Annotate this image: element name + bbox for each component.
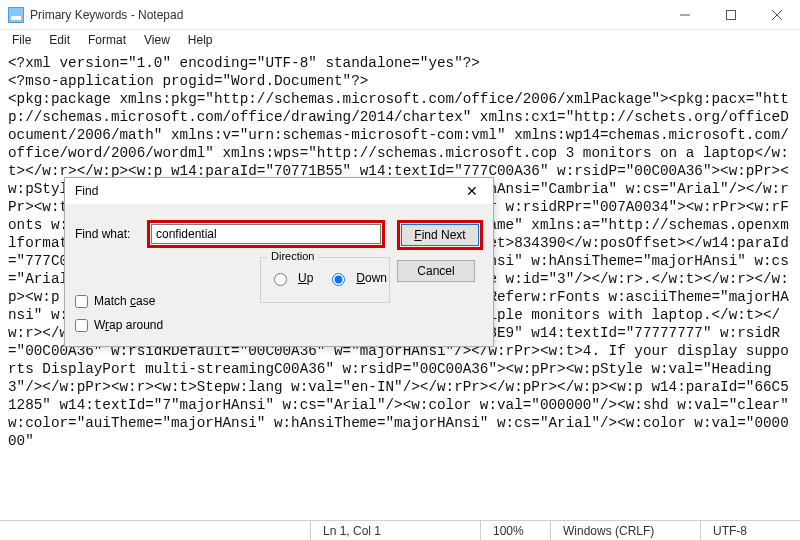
close-icon: ✕ bbox=[466, 183, 478, 199]
svg-rect-1 bbox=[727, 10, 736, 19]
editor-area: Find ✕ Find what: Find Next Cancel Direc… bbox=[0, 50, 800, 520]
window-title: Primary Keywords - Notepad bbox=[30, 8, 183, 22]
statusbar: Ln 1, Col 1 100% Windows (CRLF) UTF-8 bbox=[0, 520, 800, 540]
close-icon bbox=[772, 10, 782, 20]
status-eol: Windows (CRLF) bbox=[550, 521, 700, 540]
wrap-around-checkbox[interactable] bbox=[75, 319, 88, 332]
find-dialog: Find ✕ Find what: Find Next Cancel Direc… bbox=[64, 177, 494, 347]
status-encoding: UTF-8 bbox=[700, 521, 800, 540]
menu-file[interactable]: File bbox=[4, 32, 39, 48]
find-what-input[interactable] bbox=[151, 224, 381, 244]
titlebar: Primary Keywords - Notepad bbox=[0, 0, 800, 30]
find-dialog-titlebar[interactable]: Find ✕ bbox=[65, 178, 493, 204]
direction-up[interactable]: Up bbox=[269, 270, 313, 286]
highlight-find-next: Find Next bbox=[397, 220, 483, 250]
highlight-find-input bbox=[147, 220, 385, 248]
menubar: File Edit Format View Help bbox=[0, 30, 800, 50]
minimize-button[interactable] bbox=[662, 0, 708, 30]
direction-legend: Direction bbox=[267, 250, 318, 262]
find-next-button[interactable]: Find Next bbox=[401, 224, 479, 246]
close-button[interactable] bbox=[754, 0, 800, 30]
cancel-button[interactable]: Cancel bbox=[397, 260, 475, 282]
direction-group: Direction Up Down bbox=[260, 257, 390, 303]
find-dialog-body: Find what: Find Next Cancel Direction Up bbox=[65, 204, 493, 346]
notepad-icon bbox=[8, 7, 24, 23]
find-dialog-title: Find bbox=[75, 184, 98, 198]
menu-view[interactable]: View bbox=[136, 32, 178, 48]
status-position: Ln 1, Col 1 bbox=[310, 521, 480, 540]
find-what-label: Find what: bbox=[75, 227, 139, 241]
match-case-checkbox[interactable] bbox=[75, 295, 88, 308]
direction-up-radio[interactable] bbox=[274, 273, 287, 286]
menu-format[interactable]: Format bbox=[80, 32, 134, 48]
minimize-icon bbox=[680, 10, 690, 20]
direction-down-radio[interactable] bbox=[332, 273, 345, 286]
find-next-label: ind Next bbox=[422, 228, 466, 242]
menu-edit[interactable]: Edit bbox=[41, 32, 78, 48]
direction-down[interactable]: Down bbox=[327, 270, 387, 286]
menu-help[interactable]: Help bbox=[180, 32, 221, 48]
find-close-button[interactable]: ✕ bbox=[457, 183, 487, 199]
maximize-icon bbox=[726, 10, 736, 20]
wrap-around-option[interactable]: Wrap around bbox=[75, 318, 483, 332]
status-zoom: 100% bbox=[480, 521, 550, 540]
maximize-button[interactable] bbox=[708, 0, 754, 30]
